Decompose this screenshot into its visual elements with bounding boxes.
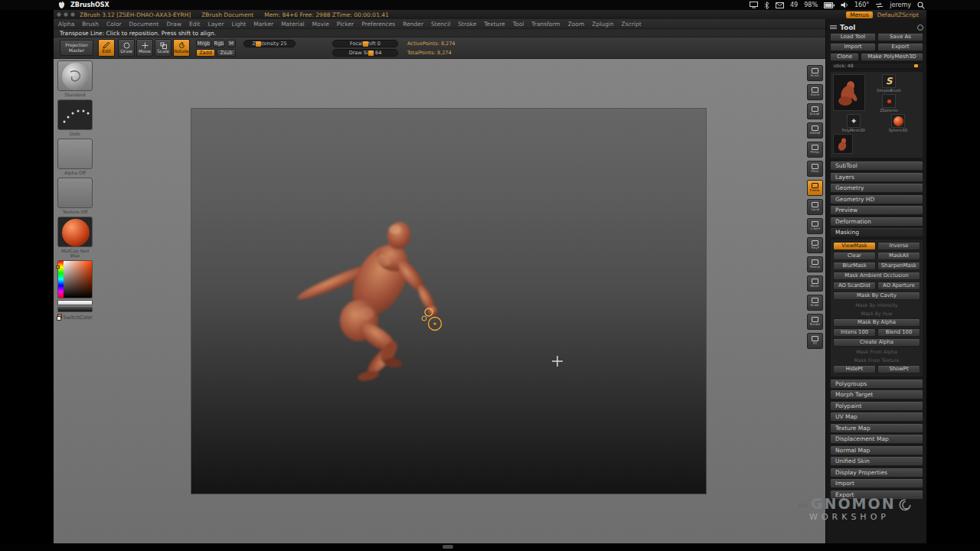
zadd-button[interactable]: Zadd [196, 49, 215, 57]
ao-scandist-slider[interactable]: AO ScanDist [833, 282, 876, 290]
import-button[interactable]: Import [830, 43, 876, 51]
palette-section-button[interactable]: Layers [830, 172, 923, 182]
export-button[interactable]: Export [877, 43, 923, 51]
inventory-item-simplebrush[interactable]: S SimpleBrush [868, 74, 910, 93]
inventory-item-sphere3d[interactable]: Sphere3D [877, 114, 919, 132]
gray-swatch[interactable] [57, 307, 93, 312]
sculpt-model[interactable] [295, 220, 438, 383]
rgb-button[interactable]: Rgb [213, 40, 225, 47]
inventory-item-zspheres[interactable]: ZSpheres [868, 94, 910, 112]
showpt-button[interactable]: ShowPt [877, 365, 920, 373]
palette-menu-item[interactable]: Zplugin [592, 21, 613, 28]
palette-menu-item[interactable]: Draw [166, 21, 181, 28]
palette-menu-item[interactable]: Preferences [361, 21, 395, 28]
inventory-item-polymesh3d[interactable]: ✦ PolyMesh3D [833, 114, 874, 132]
palette-section-button[interactable]: Preview [830, 205, 923, 215]
saturation-value-square[interactable] [64, 261, 92, 298]
user-menu[interactable]: jeremy [890, 2, 911, 8]
blend-slider[interactable]: Blend 100 [877, 328, 920, 337]
right-shelf-button[interactable]: AAHalf [807, 122, 823, 139]
create-alpha-button[interactable]: Create Alpha [833, 338, 920, 347]
volume-icon[interactable] [841, 2, 848, 8]
palette-menu-item[interactable]: Brush [82, 21, 99, 28]
window-controls[interactable] [57, 12, 75, 17]
white-swatch[interactable] [57, 300, 93, 305]
palette-section-button[interactable]: Morph Target [830, 390, 923, 399]
mask-by-cavity-button[interactable]: Mask By Cavity [833, 292, 920, 300]
minimize-button[interactable] [64, 12, 68, 17]
right-shelf-button[interactable]: Actual [807, 103, 823, 119]
right-shelf-button[interactable]: Scale [807, 295, 823, 311]
ao-aperture-slider[interactable]: AO Aperture [877, 282, 920, 290]
right-shelf-button[interactable]: Zoom [807, 84, 823, 100]
palette-menu-item[interactable]: Texture [484, 21, 505, 28]
palette-section-button[interactable]: Unified Skin [830, 456, 923, 466]
slider-handle[interactable] [914, 64, 918, 67]
right-shelf-button[interactable]: Transp [807, 256, 823, 272]
close-button[interactable] [57, 12, 61, 17]
right-shelf-button[interactable]: Move [807, 276, 823, 292]
maskall-button[interactable]: MaskAll [877, 252, 920, 260]
palette-section-button[interactable]: Geometry [830, 183, 923, 193]
palette-pin-icon[interactable] [917, 24, 923, 31]
edit-button[interactable]: Edit [98, 39, 115, 57]
palette-menu-item[interactable]: Render [403, 21, 423, 28]
blurmask-button[interactable]: BlurMask [833, 262, 876, 270]
save-as-button[interactable]: Save As [877, 33, 923, 41]
palette-section-button[interactable]: Texture Map [830, 423, 923, 433]
palette-menu-item[interactable]: Alpha [58, 21, 74, 28]
palette-menu-item[interactable]: Movie [312, 21, 329, 28]
mask-by-alpha-button[interactable]: Mask By Alpha [833, 318, 920, 327]
current-tool-thumbnail[interactable] [833, 74, 865, 111]
right-shelf-button[interactable]: Local [807, 199, 823, 215]
focal-shift-slider[interactable]: Focal Shift 0 [332, 40, 398, 47]
mail-icon[interactable] [776, 2, 784, 8]
palette-section-button[interactable]: UV Map [830, 412, 923, 422]
load-tool-button[interactable]: Load Tool [830, 33, 876, 41]
viewmask-button[interactable]: ViewMask [833, 242, 876, 250]
default-zscript-button[interactable]: DefaultZScript [877, 11, 919, 18]
recent-tool-thumbnail[interactable] [833, 134, 853, 154]
sync-arrows-icon[interactable] [875, 2, 884, 8]
right-shelf-button[interactable]: Rotate [807, 314, 823, 330]
slider-handle[interactable] [256, 41, 261, 47]
current-stroke-thumbnail[interactable] [57, 99, 93, 130]
move-button[interactable]: Move [136, 39, 153, 57]
palette-menu-item[interactable]: Picker [337, 21, 354, 28]
palette-menu-item[interactable]: Color [106, 21, 122, 28]
stick-slider[interactable]: stick: 48 [830, 63, 923, 69]
mrgb-button[interactable]: Mrgb [196, 40, 211, 47]
switch-color-button[interactable]: SwitchColor [57, 314, 93, 321]
apple-menu-icon[interactable] [58, 1, 65, 9]
palette-menu-item[interactable]: Edit [189, 21, 201, 28]
palette-menu-item[interactable]: Tool [513, 21, 524, 28]
right-shelf-button[interactable]: Persp [807, 142, 823, 158]
palette-section-button[interactable]: Normal Map [830, 445, 923, 455]
rotate-button[interactable]: Rotate [173, 39, 190, 57]
app-menu-title[interactable]: ZBrushOSX [70, 2, 109, 8]
palette-section-button[interactable]: Polygroups [830, 379, 923, 389]
palette-menu-item[interactable]: Zoom [568, 21, 585, 28]
color-picker[interactable] [57, 260, 93, 312]
right-shelf-button[interactable]: L.Sym [807, 218, 823, 234]
slider-handle[interactable] [368, 51, 374, 56]
right-shelf-button[interactable]: PolyF [807, 237, 823, 253]
clone-button[interactable]: Clone [830, 53, 859, 61]
current-brush-thumbnail[interactable] [57, 60, 93, 91]
palette-menu-item[interactable]: Stencil [431, 21, 450, 28]
palette-section-button[interactable]: Displacement Map [830, 434, 923, 444]
draw-size-slider[interactable]: Draw Size 64 [332, 49, 398, 57]
sharpenmask-button[interactable]: SharpenMask [877, 262, 920, 270]
palette-menu-item[interactable]: Stroke [458, 21, 476, 28]
zsub-button[interactable]: Zsub [217, 49, 236, 57]
palette-section-button[interactable]: Export [830, 490, 923, 500]
intensity-slider[interactable]: Intens 100 [833, 328, 876, 337]
masking-section-header[interactable]: Masking [830, 227, 923, 237]
display-icon[interactable] [750, 2, 758, 8]
current-alpha-thumbnail[interactable] [57, 139, 93, 169]
document-canvas[interactable] [191, 109, 706, 494]
right-shelf-button[interactable]: Floor [807, 161, 823, 177]
palette-menu-item[interactable]: Layer [208, 21, 224, 28]
draw-button[interactable]: Draw [118, 39, 135, 57]
right-shelf-button[interactable]: Scroll [807, 65, 823, 81]
